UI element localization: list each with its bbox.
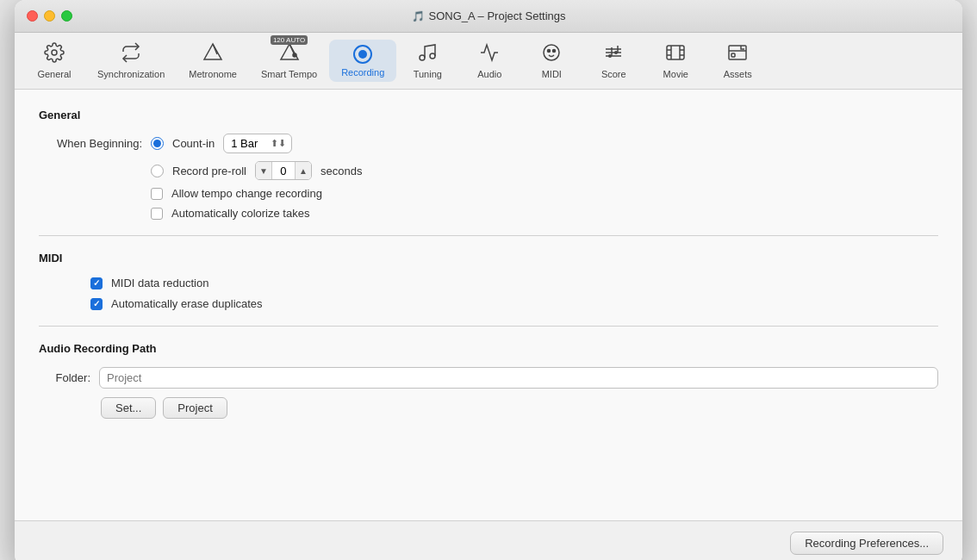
footer: Recording Preferences... xyxy=(15,520,962,560)
svg-point-9 xyxy=(548,50,551,53)
divider-2 xyxy=(39,326,938,327)
tuning-tab-label: Tuning xyxy=(414,69,442,79)
erase-duplicates-row: Automatically erase duplicates xyxy=(90,297,938,310)
colorize-takes-row: Automatically colorize takes xyxy=(151,207,938,220)
allow-tempo-checkbox[interactable] xyxy=(151,188,163,200)
synchronization-tab-label: Synchronization xyxy=(97,69,165,79)
content-area: General When Beginning: Count-in 1 Bar ⬆… xyxy=(15,90,962,520)
audio-path-section-title: Audio Recording Path xyxy=(39,342,938,355)
project-button[interactable]: Project xyxy=(163,397,227,419)
maximize-button[interactable] xyxy=(61,10,72,22)
tab-smart-tempo[interactable]: 120 AUTO Smart Tempo xyxy=(249,38,329,84)
assets-tab-label: Assets xyxy=(724,69,752,79)
svg-rect-18 xyxy=(667,46,684,59)
svg-line-2 xyxy=(213,44,217,54)
score-tab-label: Score xyxy=(601,69,626,79)
svg-point-5 xyxy=(293,53,296,57)
count-in-label: Count-in xyxy=(172,137,215,150)
erase-duplicates-label: Automatically erase duplicates xyxy=(111,297,263,310)
colorize-takes-checkbox[interactable] xyxy=(151,208,163,220)
tab-general[interactable]: General xyxy=(23,38,85,84)
close-button[interactable] xyxy=(27,10,38,22)
smart-tempo-badge-wrap: 120 AUTO xyxy=(279,42,300,66)
midi-reduction-checkbox[interactable] xyxy=(90,277,103,289)
audio-icon xyxy=(479,42,500,66)
folder-input[interactable] xyxy=(99,367,938,389)
window-title: 🎵 SONG_A – Project Settings xyxy=(412,9,566,22)
general-section-title: General xyxy=(39,109,938,121)
general-tab-label: General xyxy=(37,69,71,79)
count-in-select[interactable]: 1 Bar ⬆⬇ xyxy=(223,134,292,153)
toolbar: General Synchronization Metronome xyxy=(15,33,962,90)
count-in-select-arrow: ⬆⬇ xyxy=(271,138,286,149)
movie-icon xyxy=(665,42,686,66)
score-icon xyxy=(603,42,624,66)
tab-tuning[interactable]: Tuning xyxy=(396,38,458,84)
tab-metronome[interactable]: Metronome xyxy=(177,38,249,84)
recording-tab-label: Recording xyxy=(341,67,384,78)
minimize-button[interactable] xyxy=(44,10,55,22)
svg-point-7 xyxy=(430,53,435,59)
synchronization-icon xyxy=(121,42,141,66)
indent-options: Record pre-roll ▼ 0 ▲ seconds Allow temp… xyxy=(151,161,938,220)
record-preroll-row: Record pre-roll ▼ 0 ▲ seconds xyxy=(151,161,938,180)
svg-point-10 xyxy=(553,50,556,53)
movie-tab-label: Movie xyxy=(663,69,688,79)
audio-path-buttons: Set... Project xyxy=(101,397,938,419)
tab-movie[interactable]: Movie xyxy=(644,38,706,84)
seconds-label: seconds xyxy=(320,165,362,177)
title-icon: 🎵 xyxy=(412,10,425,22)
titlebar: 🎵 SONG_A – Project Settings xyxy=(15,0,962,33)
midi-section-title: MIDI xyxy=(39,252,938,264)
allow-tempo-label: Allow tempo change recording xyxy=(171,187,322,200)
assets-icon xyxy=(727,42,748,66)
stepper-up[interactable]: ▲ xyxy=(296,162,311,179)
preroll-stepper[interactable]: ▼ 0 ▲ xyxy=(255,161,312,180)
allow-tempo-row: Allow tempo change recording xyxy=(151,187,938,200)
svg-point-8 xyxy=(544,45,559,60)
folder-row: Folder: xyxy=(39,367,938,389)
set-button[interactable]: Set... xyxy=(101,397,156,419)
when-beginning-label: When Beginning: xyxy=(39,137,142,150)
midi-icon xyxy=(541,42,562,66)
smart-tempo-badge: 120 AUTO xyxy=(271,35,308,45)
metronome-tab-label: Metronome xyxy=(189,69,237,79)
when-beginning-row: When Beginning: Count-in 1 Bar ⬆⬇ xyxy=(39,134,938,153)
midi-reduction-row: MIDI data reduction xyxy=(90,277,938,289)
svg-point-6 xyxy=(420,55,425,60)
folder-label: Folder: xyxy=(39,371,90,384)
svg-rect-26 xyxy=(731,53,735,57)
audio-tab-label: Audio xyxy=(477,69,501,79)
recording-preferences-button[interactable]: Recording Preferences... xyxy=(790,532,943,555)
midi-tab-label: MIDI xyxy=(542,69,562,79)
metronome-icon xyxy=(202,42,223,66)
recording-icon xyxy=(353,44,372,65)
midi-options: MIDI data reduction Automatically erase … xyxy=(90,277,938,310)
colorize-takes-label: Automatically colorize takes xyxy=(171,207,309,220)
tab-recording[interactable]: Recording xyxy=(329,40,396,82)
smart-tempo-icon xyxy=(279,42,300,66)
traffic-lights xyxy=(27,10,72,22)
svg-point-0 xyxy=(52,50,57,55)
tab-synchronization[interactable]: Synchronization xyxy=(85,38,177,84)
tab-audio[interactable]: Audio xyxy=(458,38,520,84)
preroll-value: 0 xyxy=(271,162,296,179)
divider-1 xyxy=(39,235,938,236)
preroll-label: Record pre-roll xyxy=(172,165,246,177)
tab-assets[interactable]: Assets xyxy=(706,38,769,84)
erase-duplicates-checkbox[interactable] xyxy=(90,298,103,310)
midi-reduction-label: MIDI data reduction xyxy=(111,277,208,289)
tab-midi[interactable]: MIDI xyxy=(520,38,582,84)
tuning-icon xyxy=(417,42,438,66)
general-icon xyxy=(44,42,65,66)
svg-rect-25 xyxy=(729,46,746,59)
app-window: 🎵 SONG_A – Project Settings General xyxy=(15,0,962,560)
svg-marker-1 xyxy=(204,44,221,59)
smart-tempo-tab-label: Smart Tempo xyxy=(261,69,317,79)
count-in-radio[interactable] xyxy=(151,137,164,150)
preroll-radio[interactable] xyxy=(151,165,164,177)
count-in-select-value: 1 Bar xyxy=(231,137,267,150)
tab-score[interactable]: Score xyxy=(582,38,644,84)
stepper-down[interactable]: ▼ xyxy=(256,162,271,179)
